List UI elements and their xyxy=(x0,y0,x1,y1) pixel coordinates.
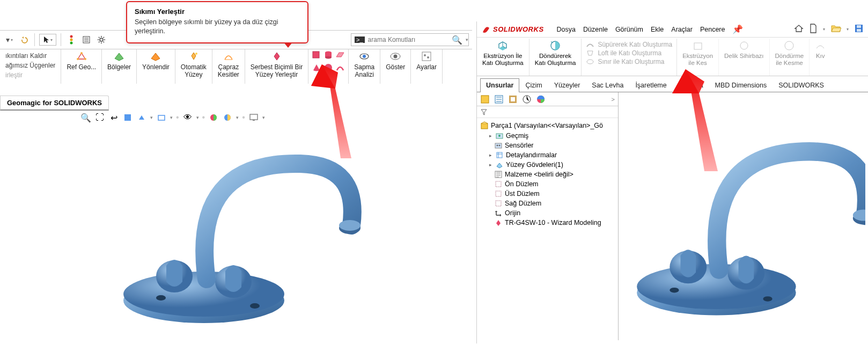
tree-item[interactable]: ▸Geçmiş xyxy=(478,131,616,141)
fit-plane-icon[interactable] xyxy=(335,50,345,60)
home-icon[interactable] xyxy=(794,24,804,35)
sw-ribbon: Ekstrüzyon İleKatı Oluşturma DöndürerekK… xyxy=(477,38,868,76)
tree-item[interactable]: TR-G4SW-10 - Wizard Modeling xyxy=(478,218,616,228)
tab-geomagic[interactable]: Geomagic for SOLIDWORKS xyxy=(0,96,109,111)
traffic-light-icon[interactable] xyxy=(65,34,77,46)
loft-boss-disabled: Loft ile Katı Oluşturma xyxy=(586,49,672,57)
fit-tools-group xyxy=(308,49,349,84)
command-manager-tabs: Unsurlar Çizim Yüzeyler Sac Levha İşaret… xyxy=(477,76,868,92)
tree-item[interactable]: Sensörler xyxy=(478,141,616,150)
tree-root[interactable]: Parça1 (Varsayılan<<Varsayılan>_Gö xyxy=(478,120,616,131)
svg-point-63 xyxy=(763,296,772,302)
faucet-model xyxy=(624,98,865,334)
tab-mbd[interactable]: MBD Dimensions xyxy=(709,78,773,92)
tab-unsurlar[interactable]: Unsurlar xyxy=(480,78,519,92)
config-tab-icon[interactable] xyxy=(508,94,518,104)
graphics-viewport-right[interactable] xyxy=(619,92,868,340)
menu-pencere[interactable]: Pencere xyxy=(700,26,725,33)
svg-rect-49 xyxy=(481,123,488,129)
extrude-boss-button[interactable]: Ekstrüzyon İleKatı Oluşturma xyxy=(477,39,529,76)
tab-cizim[interactable]: Çizim xyxy=(519,78,548,92)
revolve-boss-button[interactable]: DöndürerekKatı Oluşturma xyxy=(529,39,582,76)
search-box[interactable]: >_ 🔍▾ xyxy=(351,33,469,46)
sapma-analizi-button[interactable]: SapmaAnalizi xyxy=(349,49,380,84)
bolgeler-button[interactable]: Bölgeler xyxy=(102,49,137,84)
cursor-icon[interactable] xyxy=(39,34,56,46)
tree-item[interactable]: Ön Düzlem xyxy=(478,179,616,189)
label: Bölgeler xyxy=(107,63,131,71)
menu-duzenle[interactable]: Düzenle xyxy=(583,26,608,33)
tree-item[interactable]: Orijin xyxy=(478,208,616,218)
save-icon[interactable] xyxy=(854,24,864,35)
tree-item[interactable]: Malzeme <belirli değil> xyxy=(478,170,616,179)
tree-item[interactable]: ▸Detaylandırmalar xyxy=(478,150,616,160)
pin-icon[interactable]: 📌 xyxy=(732,24,743,34)
fit-sphere-icon[interactable] xyxy=(323,63,333,72)
menu-dosya[interactable]: Dosya xyxy=(557,26,576,33)
feature-tree[interactable]: Parça1 (Varsayılan<<Varsayılan>_Gö ▸Geçm… xyxy=(477,118,618,340)
yonlendir-button[interactable]: Yönlendir xyxy=(137,49,175,84)
dropdown-button[interactable]: ▾ xyxy=(3,34,15,46)
appearance-tab-icon[interactable] xyxy=(536,94,546,104)
serbest-bicimli-button[interactable]: Serbest Biçimli BirYüzey Yerleştir xyxy=(245,49,308,84)
feature-tree-tab-icon[interactable] xyxy=(480,94,490,104)
svg-point-5 xyxy=(80,52,83,54)
search-input[interactable] xyxy=(368,36,448,43)
undo-icon[interactable] xyxy=(18,34,30,46)
zoom-fit-icon[interactable]: 🔍 xyxy=(80,112,91,123)
tab-yuzeyler[interactable]: Yüzeyler xyxy=(548,78,586,92)
svg-rect-46 xyxy=(511,97,515,101)
new-icon[interactable] xyxy=(809,24,818,35)
svg-point-42 xyxy=(785,41,793,50)
graphics-viewport-left[interactable] xyxy=(97,118,392,333)
label: Kesitler xyxy=(218,71,239,78)
menu-ekle[interactable]: Ekle xyxy=(651,26,664,33)
svg-point-2 xyxy=(70,42,73,45)
svg-point-29 xyxy=(156,295,166,301)
menu-gorunum[interactable]: Görünüm xyxy=(615,26,643,33)
fit-cube-icon[interactable] xyxy=(312,50,321,60)
svg-rect-52 xyxy=(495,143,502,148)
goster-button[interactable]: Göster xyxy=(380,49,411,84)
open-icon[interactable] xyxy=(830,24,841,35)
tab-solidworks[interactable]: SOLIDWORKS xyxy=(773,78,830,92)
fit-curve-icon[interactable] xyxy=(335,63,345,72)
capraz-kesitler-button[interactable]: ÇaprazKesitler xyxy=(212,49,245,84)
tree-item[interactable]: Üst Düzlem xyxy=(478,189,616,199)
svg-rect-36 xyxy=(857,25,861,28)
expand-icon[interactable]: > xyxy=(612,96,615,103)
magnet-icon[interactable] xyxy=(323,75,333,85)
filter-icon[interactable] xyxy=(480,108,488,116)
property-tab-icon[interactable] xyxy=(494,94,504,104)
hole-wizard-disabled: Delik Sihirbazı xyxy=(719,39,770,76)
ref-geo-button[interactable]: Ref Geo... xyxy=(61,49,102,84)
dimxpert-tab-icon[interactable] xyxy=(522,94,532,104)
search-icon[interactable]: 🔍 xyxy=(452,35,462,45)
text-line[interactable]: ıkıntıları Kaldır xyxy=(5,52,47,60)
more-cut-disabled: Kıv xyxy=(810,39,831,76)
svg-point-7 xyxy=(84,58,86,60)
gear-icon[interactable] xyxy=(95,34,107,46)
otomatik-yuzey-button[interactable]: OtomatikYüzey xyxy=(175,49,212,84)
tab-hesapla[interactable]: Hesapla xyxy=(673,78,709,92)
list-icon[interactable] xyxy=(80,34,92,46)
tree-item[interactable]: ▸Yüzey Gövdeleri(1) xyxy=(478,160,616,170)
fit-cone-icon[interactable] xyxy=(312,63,321,72)
ds-logo-icon xyxy=(481,25,491,34)
svg-point-62 xyxy=(670,288,679,293)
fit-cylinder-icon[interactable] xyxy=(323,50,333,60)
label: Ref Geo... xyxy=(67,63,96,71)
tab-saclevha[interactable]: Sac Levha xyxy=(586,78,629,92)
ayarlar-button[interactable]: Ayarlar xyxy=(411,49,443,84)
ribbon: ıkıntıları Kaldır ağımsız Üçgenler irleş… xyxy=(0,49,472,88)
menu-bar: SOLIDWORKS Dosya Düzenle Görünüm Ekle Ar… xyxy=(477,21,868,38)
label: Yüzey xyxy=(185,71,202,78)
menu-araclar[interactable]: Araçlar xyxy=(671,26,693,33)
label: Çapraz xyxy=(218,63,239,71)
tree-item[interactable]: Sağ Düzlem xyxy=(478,199,616,208)
svg-point-15 xyxy=(363,55,366,58)
label: Döndürerek xyxy=(539,53,571,59)
svg-point-4 xyxy=(100,38,103,41)
text-line[interactable]: ağımsız Üçgenler xyxy=(5,61,55,70)
tab-isaretleme[interactable]: İşaretleme xyxy=(629,78,672,92)
